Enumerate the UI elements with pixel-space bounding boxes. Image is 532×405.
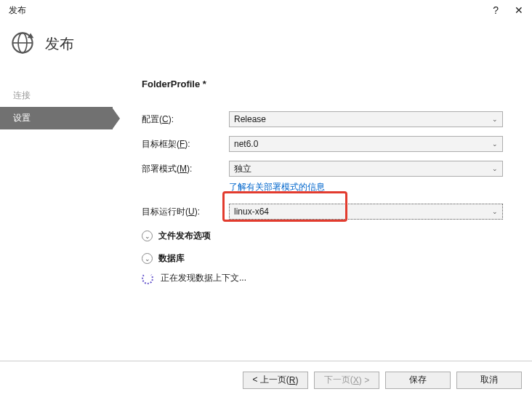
deploy-value: 独立: [234, 163, 251, 175]
deploy-select[interactable]: 独立 ⌄: [229, 161, 503, 177]
sidebar-item-settings[interactable]: 设置: [0, 107, 113, 129]
config-label: 配置(C):: [142, 113, 229, 126]
sidebar-item-label: 设置: [13, 113, 31, 123]
prev-button[interactable]: < 上一页(R): [243, 372, 308, 389]
titlebar: 发布 ? ✕: [0, 0, 532, 20]
main-panel: FolderProfile * 配置(C): Release ⌄ 目标框架(F)…: [113, 64, 532, 361]
runtime-label: 目标运行时(U):: [142, 206, 229, 218]
cancel-button[interactable]: 取消: [456, 372, 522, 389]
framework-row: 目标框架(F): net6.0 ⌄: [142, 136, 503, 152]
chevron-down-icon: ⌄: [492, 208, 498, 215]
runtime-row: 目标运行时(U): linux-x64 ⌄: [142, 204, 503, 220]
deploy-info-link[interactable]: 了解有关部署模式的信息: [229, 182, 325, 192]
expander-label: 数据库: [158, 252, 185, 265]
discovering-text: 正在发现数据上下文...: [161, 272, 246, 284]
deploy-info-link-row: 了解有关部署模式的信息: [229, 181, 503, 193]
chevron-down-icon: ⌄: [492, 116, 498, 123]
framework-select[interactable]: net6.0 ⌄: [229, 136, 503, 152]
save-button[interactable]: 保存: [385, 372, 451, 389]
page-title: 发布: [45, 34, 74, 54]
close-icon[interactable]: ✕: [512, 4, 526, 16]
spinner-icon: [142, 273, 153, 284]
framework-value: net6.0: [234, 139, 258, 149]
expander-file-publish[interactable]: ⌄ 文件发布选项: [142, 230, 503, 242]
config-value: Release: [234, 114, 266, 124]
deploy-label: 部署模式(M):: [142, 163, 229, 175]
help-icon[interactable]: ?: [493, 4, 499, 16]
config-select[interactable]: Release ⌄: [229, 111, 503, 127]
next-button: 下一页(X) >: [314, 372, 379, 389]
expander-label: 文件发布选项: [158, 230, 211, 242]
deploy-row: 部署模式(M): 独立 ⌄: [142, 161, 503, 177]
framework-label: 目标框架(F):: [142, 138, 229, 151]
chevron-down-icon: ⌄: [492, 165, 498, 172]
chevron-down-icon: ⌄: [142, 230, 153, 241]
runtime-select[interactable]: linux-x64 ⌄: [229, 204, 503, 220]
dialog-body: 连接 设置 FolderProfile * 配置(C): Release ⌄ 目…: [0, 64, 532, 361]
dialog-header: 发布: [0, 20, 532, 64]
sidebar-item-connection[interactable]: 连接: [0, 84, 113, 107]
expander-database[interactable]: ⌄ 数据库: [142, 252, 503, 265]
chevron-down-icon: ⌄: [492, 140, 498, 148]
profile-title: FolderProfile *: [142, 79, 503, 89]
dialog-footer: < 上一页(R) 下一页(X) > 保存 取消: [0, 361, 532, 398]
runtime-value: linux-x64: [234, 206, 269, 217]
config-row: 配置(C): Release ⌄: [142, 111, 503, 127]
sidebar: 连接 设置: [0, 64, 113, 361]
discovering-status: 正在发现数据上下文...: [142, 272, 503, 284]
sidebar-item-label: 连接: [13, 90, 31, 100]
publish-globe-icon: [10, 31, 35, 57]
titlebar-controls: ? ✕: [493, 4, 526, 16]
window-title: 发布: [9, 4, 26, 17]
chevron-down-icon: ⌄: [142, 253, 153, 264]
